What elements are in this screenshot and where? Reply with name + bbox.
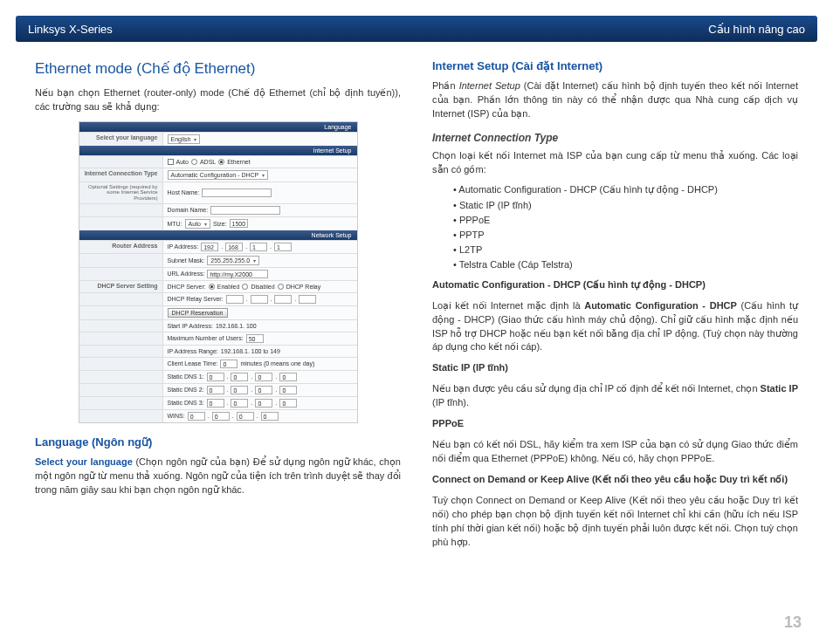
shot-lab-ict: Internet Connection Type <box>79 168 163 182</box>
shot-mode-eth-rad[interactable] <box>218 159 224 165</box>
shot-dhcp-relay[interactable] <box>278 284 284 290</box>
list-item: Static IP (IP tĩnh) <box>453 200 798 210</box>
shot-input-maxusers[interactable]: 50 <box>246 334 264 343</box>
select-language-lead: Select your language <box>35 456 133 467</box>
para-dhcp: Loại kết nối Internet mặc định là Automa… <box>432 299 798 355</box>
internet-setup-para: Phần Internet Setup (Cài đặt Internet) c… <box>432 79 798 121</box>
shot-sec-internet: Internet Setup <box>79 146 357 155</box>
shot-sec-language: Language <box>79 122 357 132</box>
list-item: Telstra Cable (Cáp Telstra) <box>453 259 798 270</box>
page-header: Linksys X-Series Cấu hình nâng cao <box>16 16 817 42</box>
shot-input-lease[interactable]: 0 <box>220 360 238 368</box>
list-item: PPTP <box>453 230 798 240</box>
shot-input-url[interactable]: http://my.X2000 <box>207 270 268 278</box>
list-item: Automatic Configuration - DHCP (Cấu hình… <box>453 184 798 195</box>
shot-ip-4[interactable]: 1 <box>274 243 292 251</box>
language-paragraph: Select your language (Chọn ngôn ngữ của … <box>35 456 401 497</box>
router-ui-screenshot: Language Select your language English In… <box>79 121 358 423</box>
shot-lab-optional: Optional Settings (required by some Inte… <box>79 182 163 203</box>
shot-select-subnet[interactable]: 255.255.255.0 <box>207 256 259 265</box>
shot-select-mtu[interactable]: Auto <box>185 219 210 229</box>
heading-dhcp: Automatic Configuration - DHCP (Cấu hình… <box>432 278 798 292</box>
heading-language: Language (Ngôn ngữ) <box>35 435 401 449</box>
list-item: L2TP <box>453 244 798 255</box>
shot-lab-select-lang: Select your language <box>79 133 163 146</box>
ict-intro: Chọn loại kết nối Internet mà ISP của bạ… <box>432 149 798 177</box>
shot-lab-router-addr: Router Address <box>79 241 163 253</box>
shot-input-domain[interactable] <box>210 206 280 215</box>
heading-connect-on-demand: Connect on Demand or Keep Alive (Kết nối… <box>432 473 798 487</box>
heading-pppoe: PPPoE <box>432 417 798 431</box>
header-left: Linksys X-Series <box>28 23 113 36</box>
heading-static-ip: Static IP (IP tĩnh) <box>432 361 798 375</box>
shot-dhcp-disabled[interactable] <box>242 284 248 290</box>
page-number: 13 <box>784 613 802 632</box>
para-static-ip: Nếu bạn được yêu cầu sử dụng địa chỉ IP … <box>432 382 798 410</box>
shot-ip-3[interactable]: 1 <box>250 243 267 251</box>
shot-select-language[interactable]: English <box>168 134 201 144</box>
para-pppoe: Nếu bạn có kết nối DSL, hãy kiểm tra xem… <box>432 438 798 466</box>
shot-select-ict[interactable]: Automatic Configuration - DHCP <box>168 170 269 180</box>
header-right: Cấu hình nâng cao <box>708 23 805 36</box>
shot-input-mtu-size[interactable]: 1500 <box>230 219 249 228</box>
right-column: Internet Setup (Cài đặt Internet) Phần I… <box>432 59 798 557</box>
para-connect-on-demand: Tuỳ chọn Connect on Demand or Keep Alive… <box>432 494 798 550</box>
heading-ict: Internet Connection Type <box>432 132 798 144</box>
shot-input-hostname[interactable] <box>202 188 272 197</box>
shot-mode-adsl-rad[interactable] <box>191 159 197 165</box>
shot-ip-2[interactable]: 168 <box>225 243 243 251</box>
shot-sec-network: Network Setup <box>79 230 357 240</box>
shot-mode-auto-chk[interactable] <box>168 159 174 165</box>
ict-bullet-list: Automatic Configuration - DHCP (Cấu hình… <box>453 184 798 270</box>
page-body: Ethernet mode (Chế độ Ethernet) Nếu bạn … <box>0 42 833 557</box>
heading-internet-setup: Internet Setup (Cài đặt Internet) <box>432 59 798 72</box>
left-column: Ethernet mode (Chế độ Ethernet) Nếu bạn … <box>35 59 401 557</box>
shot-dhcp-enabled[interactable] <box>209 284 215 290</box>
list-item: PPPoE <box>453 215 798 225</box>
shot-lab-dhcp-setting: DHCP Server Setting <box>79 281 163 292</box>
shot-btn-dhcp-reservation[interactable]: DHCP Reservation <box>168 308 228 318</box>
section-title-ethernet: Ethernet mode (Chế độ Ethernet) <box>35 59 401 78</box>
shot-ip-1[interactable]: 192 <box>201 243 218 251</box>
ethernet-intro: Nếu bạn chọn Ethernet (router-only) mode… <box>35 86 401 114</box>
